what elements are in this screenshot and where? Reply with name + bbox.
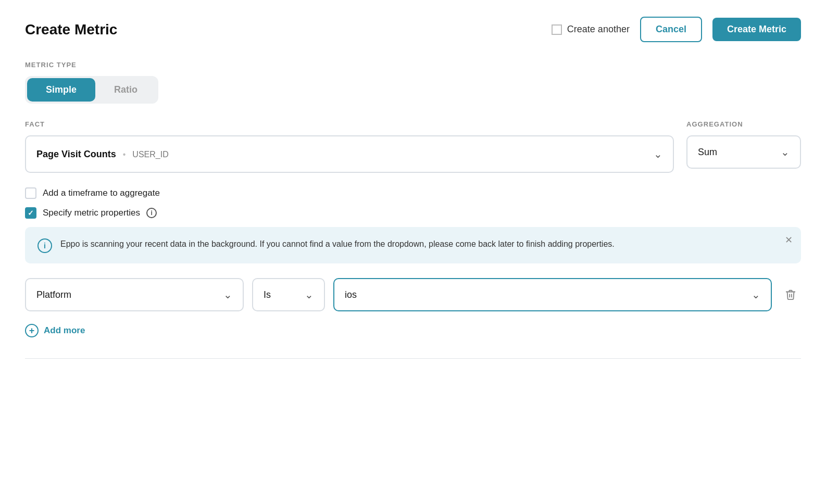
fact-sub: USER_ID	[132, 150, 168, 159]
specify-properties-label: Specify metric properties	[43, 208, 140, 218]
delete-filter-button[interactable]	[780, 284, 801, 305]
simple-type-button[interactable]: Simple	[27, 78, 95, 102]
fact-dropdown-chevron-icon: ⌄	[654, 148, 662, 160]
page-header: Create Metric Create another Cancel Crea…	[25, 17, 801, 42]
operator-value: Is	[264, 289, 271, 300]
checkmark-icon: ✓	[28, 209, 34, 217]
trash-icon	[785, 289, 796, 300]
fact-aggregation-row: FACT Page Visit Counts • USER_ID ⌄ AGGRE…	[25, 120, 801, 173]
property-filter-row: Platform ⌄ Is ⌄ ios ⌄	[25, 278, 801, 311]
create-another-checkbox[interactable]	[552, 24, 562, 35]
info-banner-icon: i	[37, 238, 52, 253]
info-banner-text: Eppo is scanning your recent data in the…	[60, 237, 615, 251]
add-more-plus-icon: +	[25, 324, 39, 337]
ratio-type-button[interactable]: Ratio	[95, 78, 156, 102]
section-divider	[25, 358, 801, 359]
fact-value: Page Visit Counts • USER_ID	[36, 149, 169, 160]
operator-chevron-icon: ⌄	[305, 288, 314, 301]
timeframe-checkbox-label: Add a timeframe to aggregate	[43, 188, 160, 198]
property-chevron-icon: ⌄	[223, 288, 232, 301]
fact-section-label: FACT	[25, 120, 674, 128]
add-more-label: Add more	[44, 325, 85, 336]
create-metric-button[interactable]: Create Metric	[712, 18, 801, 41]
info-banner-close-button[interactable]: ✕	[785, 234, 793, 246]
aggregation-value: Sum	[698, 147, 717, 158]
aggregation-section-label: AGGREGATION	[686, 120, 801, 128]
fact-dropdown[interactable]: Page Visit Counts • USER_ID ⌄	[25, 135, 674, 173]
value-dropdown[interactable]: ios ⌄	[333, 278, 772, 311]
value-chevron-icon: ⌄	[752, 288, 760, 301]
timeframe-checkbox[interactable]	[25, 187, 36, 199]
property-value: Platform	[36, 289, 71, 300]
info-banner: i Eppo is scanning your recent data in t…	[25, 227, 801, 263]
fact-section: FACT Page Visit Counts • USER_ID ⌄	[25, 120, 674, 173]
filter-value: ios	[345, 289, 357, 300]
aggregation-section: AGGREGATION Sum ⌄	[686, 120, 801, 169]
add-more-row[interactable]: + Add more	[25, 324, 801, 337]
metric-type-section: METRIC TYPE Simple Ratio	[25, 61, 801, 104]
fact-separator: •	[123, 150, 126, 159]
page-title: Create Metric	[25, 21, 117, 38]
metric-type-toggle-group: Simple Ratio	[25, 76, 158, 104]
cancel-button[interactable]: Cancel	[640, 17, 702, 42]
operator-dropdown[interactable]: Is ⌄	[252, 278, 325, 311]
specify-properties-checkbox-row: ✓ Specify metric properties i	[25, 207, 801, 219]
info-icon[interactable]: i	[146, 208, 157, 218]
aggregation-dropdown[interactable]: Sum ⌄	[686, 135, 801, 169]
create-another-label: Create another	[567, 24, 630, 35]
specify-properties-checkbox[interactable]: ✓	[25, 207, 36, 219]
header-actions: Create another Cancel Create Metric	[552, 17, 801, 42]
metric-type-label: METRIC TYPE	[25, 61, 801, 69]
aggregation-chevron-icon: ⌄	[781, 146, 790, 158]
create-another-wrapper: Create another	[552, 24, 630, 35]
timeframe-checkbox-row: Add a timeframe to aggregate	[25, 187, 801, 199]
property-dropdown[interactable]: Platform ⌄	[25, 278, 244, 311]
fact-name: Page Visit Counts	[36, 149, 116, 159]
